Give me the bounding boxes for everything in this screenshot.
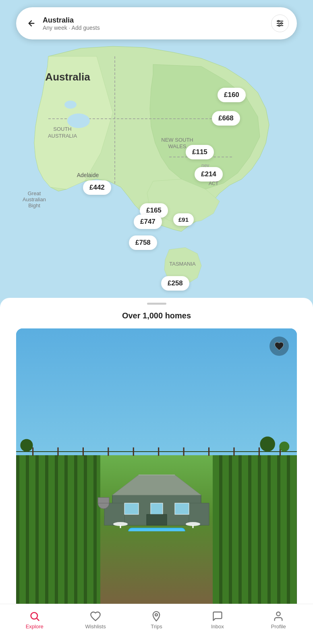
listing-card[interactable] — [16, 328, 297, 610]
svg-text:ACT: ACT — [209, 181, 219, 186]
svg-rect-32 — [147, 514, 167, 525]
svg-point-21 — [278, 21, 280, 22]
price-bubble-442[interactable]: £442 — [83, 180, 111, 195]
house-svg — [88, 467, 225, 531]
svg-text:Great: Great — [28, 190, 41, 196]
svg-text:SOUTH: SOUTH — [53, 126, 72, 132]
search-subtitle: Any week · Add guests — [43, 25, 271, 31]
svg-text:WALES: WALES — [168, 143, 186, 149]
wishlists-icon — [90, 611, 101, 622]
price-bubble-258[interactable]: £258 — [161, 276, 189, 291]
filter-button[interactable] — [271, 14, 289, 32]
price-bubble-160[interactable]: £160 — [218, 88, 246, 102]
svg-point-57 — [155, 614, 158, 616]
wishlists-label: Wishlists — [85, 623, 106, 630]
search-bar[interactable]: Australia Any week · Add guests — [16, 7, 297, 39]
inbox-icon — [212, 611, 223, 622]
search-title: Australia — [43, 16, 271, 25]
svg-text:Bight: Bight — [28, 202, 40, 208]
trips-label: Trips — [151, 623, 162, 630]
nav-wishlists[interactable]: Wishlists — [79, 611, 112, 630]
svg-rect-30 — [151, 503, 163, 514]
svg-text:Australia: Australia — [45, 71, 90, 83]
svg-marker-27 — [112, 475, 201, 495]
inbox-label: Inbox — [211, 623, 224, 630]
back-button[interactable] — [24, 16, 39, 31]
price-bubble-758[interactable]: £758 — [129, 235, 157, 250]
explore-icon — [29, 611, 40, 622]
bottom-sheet: Over 1,000 homes — [0, 298, 313, 644]
nav-explore[interactable]: Explore — [19, 611, 51, 630]
price-bubble-747[interactable]: £747 — [134, 215, 162, 229]
svg-text:AUSTRALIA: AUSTRALIA — [48, 133, 77, 139]
search-text: Australia Any week · Add guests — [43, 16, 271, 31]
nav-inbox[interactable]: Inbox — [201, 611, 234, 630]
svg-text:Adelaide: Adelaide — [77, 172, 99, 178]
svg-rect-29 — [124, 503, 139, 514]
homes-count: Over 1,000 homes — [0, 311, 313, 320]
fence-trees — [16, 436, 297, 468]
svg-text:TASMANIA: TASMANIA — [169, 261, 196, 267]
price-bubble-668[interactable]: £668 — [212, 111, 240, 126]
profile-label: Profile — [271, 623, 286, 630]
wishlist-button[interactable] — [269, 336, 289, 356]
svg-point-22 — [281, 23, 282, 24]
svg-point-37 — [186, 522, 200, 526]
svg-text:NEW SOUTH: NEW SOUTH — [161, 137, 193, 143]
svg-rect-33 — [129, 528, 185, 531]
nav-trips[interactable]: Trips — [140, 611, 172, 630]
vineyard-right — [213, 455, 297, 610]
bottom-nav: Explore Wishlists Trips Inbox — [0, 604, 313, 644]
svg-text:Australian: Australian — [23, 196, 46, 202]
svg-rect-31 — [175, 503, 189, 514]
svg-point-52 — [20, 439, 33, 452]
svg-point-53 — [260, 437, 275, 452]
svg-point-54 — [279, 442, 289, 452]
australia-map: SOUTH AUSTRALIA NEW SOUTH WALES ACT TASM… — [0, 0, 313, 310]
svg-point-58 — [277, 612, 280, 616]
price-bubble-115[interactable]: £115 — [186, 145, 214, 159]
explore-label: Explore — [26, 623, 44, 630]
svg-rect-39 — [98, 497, 109, 503]
svg-point-35 — [113, 522, 128, 526]
listing-image — [16, 328, 297, 610]
svg-line-56 — [37, 618, 39, 620]
svg-point-5 — [64, 101, 77, 109]
map-container[interactable]: SOUTH AUSTRALIA NEW SOUTH WALES ACT TASM… — [0, 0, 313, 310]
svg-rect-26 — [189, 503, 209, 525]
price-bubble-91[interactable]: £91 — [173, 213, 194, 226]
sheet-handle — [147, 303, 166, 305]
profile-icon — [273, 611, 284, 622]
svg-point-23 — [278, 25, 280, 27]
price-bubble-214[interactable]: £214 — [195, 167, 223, 182]
nav-profile[interactable]: Profile — [262, 611, 294, 630]
trips-icon — [151, 611, 162, 622]
